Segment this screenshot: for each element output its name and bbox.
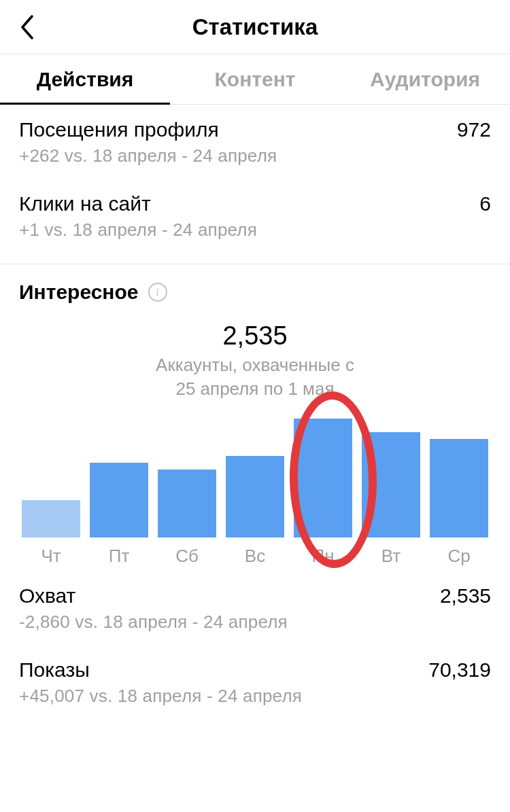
- bar[interactable]: [22, 500, 80, 537]
- back-icon[interactable]: [14, 14, 41, 41]
- metric-label: Клики на сайт: [19, 192, 151, 215]
- tabs: Действия Контент Аудитория: [0, 54, 510, 105]
- metric-label: Посещения профиля: [19, 118, 219, 141]
- metric-sub: -2,860 vs. 18 апреля - 24 апреля: [19, 612, 491, 633]
- bar-labels: ЧтПтСбВсПнВтСр: [22, 546, 488, 567]
- tab-content[interactable]: Контент: [170, 54, 340, 104]
- metric-reach[interactable]: Охват 2,535 -2,860 vs. 18 апреля - 24 ап…: [19, 584, 491, 633]
- bar-label: Ср: [430, 546, 488, 567]
- discovery-section: Интересное i 2,535 Аккаунты, охваченные …: [0, 264, 510, 567]
- metric-sub: +262 vs. 18 апреля - 24 апреля: [19, 145, 491, 166]
- metric-value: 6: [479, 192, 491, 215]
- bar-label: Пн: [294, 546, 352, 567]
- bar-label: Чт: [22, 546, 80, 567]
- bars: [22, 419, 488, 537]
- metric-value: 972: [457, 118, 491, 141]
- metric-value: 70,319: [428, 658, 491, 682]
- bottom-metrics: Охват 2,535 -2,860 vs. 18 апреля - 24 ап…: [0, 584, 510, 707]
- tab-audience[interactable]: Аудитория: [340, 54, 510, 104]
- bar[interactable]: [294, 419, 352, 537]
- section-title: Интересное: [19, 281, 139, 304]
- info-icon[interactable]: i: [148, 283, 167, 302]
- chart-caption: Аккаунты, охваченные с 25 апреля по 1 ма…: [19, 353, 491, 401]
- page-title: Статистика: [0, 14, 510, 40]
- bar-label: Пт: [90, 546, 148, 567]
- bar-label: Вт: [362, 546, 420, 567]
- bar-label: Вс: [226, 546, 284, 567]
- metric-website-clicks[interactable]: Клики на сайт 6 +1 vs. 18 апреля - 24 ап…: [19, 192, 491, 241]
- bar[interactable]: [226, 456, 284, 537]
- tab-actions[interactable]: Действия: [0, 54, 170, 104]
- chart-header: 2,535 Аккаунты, охваченные с 25 апреля п…: [19, 321, 491, 401]
- chart-total: 2,535: [19, 321, 491, 351]
- bar[interactable]: [90, 463, 148, 537]
- metric-value: 2,535: [440, 584, 491, 607]
- chart-caption-line: Аккаунты, охваченные с: [156, 355, 354, 375]
- metric-sub: +45,007 vs. 18 апреля - 24 апреля: [19, 686, 491, 707]
- bar-label: Сб: [158, 546, 216, 567]
- top-metrics: Посещения профиля 972 +262 vs. 18 апреля…: [0, 105, 510, 264]
- metric-label: Показы: [19, 658, 90, 682]
- metric-label: Охват: [19, 584, 75, 607]
- metric-impressions[interactable]: Показы 70,319 +45,007 vs. 18 апреля - 24…: [19, 658, 491, 707]
- chart-caption-line: 25 апреля по 1 мая: [175, 378, 334, 399]
- header: Статистика: [0, 0, 510, 54]
- bar-chart: ЧтПтСбВсПнВтСр: [19, 419, 491, 567]
- bar[interactable]: [158, 470, 216, 537]
- metric-profile-visits[interactable]: Посещения профиля 972 +262 vs. 18 апреля…: [19, 118, 491, 166]
- bar[interactable]: [362, 432, 420, 537]
- metric-sub: +1 vs. 18 апреля - 24 апреля: [19, 219, 491, 241]
- bar[interactable]: [430, 439, 488, 537]
